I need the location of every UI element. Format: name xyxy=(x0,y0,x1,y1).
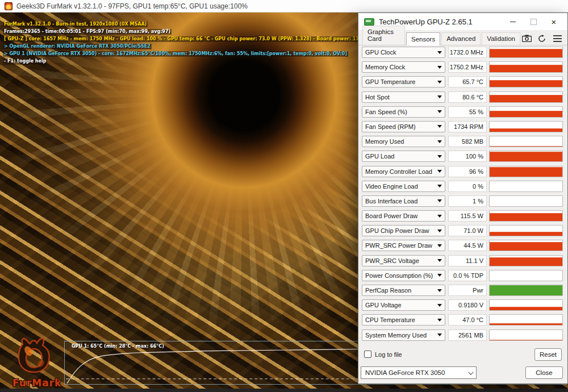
caret-down-icon xyxy=(437,66,442,69)
caret-down-icon xyxy=(437,185,442,187)
sensor-row: Fan Speed (RPM) 1734 RPM xyxy=(362,121,563,132)
minimize-button[interactable] xyxy=(505,15,521,28)
sensor-label: Memory Clock xyxy=(365,64,437,70)
sensor-bar-fill xyxy=(490,307,562,310)
sensor-bar-fill xyxy=(490,152,562,161)
sensor-label: Bus Interface Load xyxy=(365,198,437,205)
sensor-name-dropdown[interactable]: Video Engine Load xyxy=(362,181,445,192)
sensor-row: CPU Temperature 47.0 °C xyxy=(362,314,563,326)
caret-down-icon xyxy=(437,319,442,322)
tab-sensors[interactable]: Sensors xyxy=(406,32,440,45)
sensor-label: Board Power Draw xyxy=(365,212,437,219)
close-button[interactable]: Close xyxy=(525,366,563,379)
osd-line-text: > OpenGL renderer: NVIDIA GeForce RTX 30… xyxy=(3,44,152,49)
sensor-name-dropdown[interactable]: GPU Load xyxy=(362,151,445,162)
gpuz-window-title: TechPowerUp GPU-Z 2.65.1 xyxy=(379,18,500,26)
sensor-label: PWR_SRC Power Draw xyxy=(365,242,437,249)
sensor-name-dropdown[interactable]: Power Consumption (%) xyxy=(362,270,445,281)
sensor-row: Memory Clock 1750.2 MHz xyxy=(362,61,563,73)
sensor-row: Memory Used 582 MB xyxy=(362,136,563,147)
maximize-button[interactable] xyxy=(525,15,541,28)
sensor-name-dropdown[interactable]: Board Power Draw xyxy=(362,210,445,222)
camera-icon[interactable] xyxy=(521,34,532,43)
caret-down-icon xyxy=(437,333,442,336)
sensor-name-dropdown[interactable]: PWR_SRC Voltage xyxy=(362,255,445,266)
tab-validation[interactable]: Validation xyxy=(482,32,520,45)
sensor-label: CPU Temperature xyxy=(365,316,437,323)
gpuz-tab-bar: Graphics Card Sensors Advanced Validatio… xyxy=(358,30,567,45)
log-to-file-option[interactable]: Log to file xyxy=(364,351,402,358)
sensor-name-dropdown[interactable]: GPU Temperature xyxy=(362,76,445,87)
furmark-titlebar[interactable]: Geeks3D FurMark v1.32.1.0 - 97FPS, GPU1 … xyxy=(0,0,568,12)
sensor-row: GPU Clock 1732.0 MHz xyxy=(362,47,563,58)
sensor-bar-fill xyxy=(490,128,562,132)
furmark-flame-icon xyxy=(5,2,12,10)
sensor-name-dropdown[interactable]: GPU Voltage xyxy=(362,299,445,311)
sensor-row: GPU Temperature 65.7 °C xyxy=(362,76,563,87)
caret-down-icon xyxy=(437,230,442,232)
caret-down-icon xyxy=(437,274,442,277)
sensor-history-graph xyxy=(489,181,563,192)
temperature-graph-label: GPU 1: 65°C (min: 28°C - max: 66°C) xyxy=(72,344,164,349)
sensor-row: PWR_SRC Power Draw 44.5 W xyxy=(362,240,563,251)
sensor-value: 0.0 % TDP xyxy=(448,270,487,281)
sensor-row: Power Consumption (%) 0.0 % TDP xyxy=(362,270,563,281)
furmark-logo: FurMark xyxy=(11,336,68,389)
sensor-name-dropdown[interactable]: GPU Chip Power Draw xyxy=(362,225,445,236)
refresh-icon[interactable] xyxy=(537,34,547,43)
gpuz-footer: Log to file Reset NVIDIA GeForce RTX 305… xyxy=(358,348,567,383)
sensor-row: PWR_SRC Voltage 11.1 V xyxy=(362,255,563,266)
sensor-name-dropdown[interactable]: GPU Clock xyxy=(362,47,445,58)
sensor-history-graph xyxy=(489,240,563,251)
sensor-label: Fan Speed (RPM) xyxy=(365,123,437,130)
sensor-history-graph xyxy=(489,106,563,118)
sensor-value: 80.6 °C xyxy=(448,91,487,103)
device-selector[interactable]: NVIDIA GeForce RTX 3050 xyxy=(361,366,477,379)
sensor-name-dropdown[interactable]: Memory Controller Load xyxy=(362,166,445,177)
sensor-value: 0.9180 V xyxy=(448,299,487,311)
sensor-name-dropdown[interactable]: Memory Used xyxy=(362,136,445,147)
sensor-label: GPU Temperature xyxy=(365,78,437,85)
hamburger-menu-icon[interactable] xyxy=(552,34,562,43)
sensor-name-dropdown[interactable]: PerfCap Reason xyxy=(362,285,445,296)
sensor-bar-fill xyxy=(490,80,562,87)
sensor-value: 55 % xyxy=(448,106,487,118)
sensor-name-dropdown[interactable]: Fan Speed (RPM) xyxy=(362,121,445,132)
sensor-name-dropdown[interactable]: System Memory Used xyxy=(362,330,445,341)
sensor-label: Hot Spot xyxy=(365,94,437,101)
caret-down-icon xyxy=(437,304,442,307)
sensor-history-graph xyxy=(489,285,563,296)
sensor-label: Memory Used xyxy=(365,138,437,145)
sensor-bar-fill xyxy=(490,323,562,325)
caret-down-icon xyxy=(437,170,442,173)
sensor-name-dropdown[interactable]: Fan Speed (%) xyxy=(362,106,445,118)
sensor-label: GPU Voltage xyxy=(365,302,437,308)
checkbox-icon[interactable] xyxy=(364,351,371,358)
sensor-row: GPU Load 100 % xyxy=(362,151,563,162)
tab-graphics-card[interactable]: Graphics Card xyxy=(362,26,405,45)
sensor-name-dropdown[interactable]: Memory Clock xyxy=(362,61,445,73)
sensor-history-graph xyxy=(489,47,563,58)
caret-down-icon xyxy=(437,51,442,54)
device-selector-value: NVIDIA GeForce RTX 3050 xyxy=(365,369,468,376)
sensor-bar-fill xyxy=(490,242,562,251)
sensor-name-dropdown[interactable]: Hot Spot xyxy=(362,91,445,103)
sensor-bar-fill xyxy=(490,167,562,177)
sensor-value: 65.7 °C xyxy=(448,76,487,87)
sensor-name-dropdown[interactable]: PWR_SRC Power Draw xyxy=(362,240,445,251)
sensor-label: System Memory Used xyxy=(365,332,437,339)
sensor-label: PerfCap Reason xyxy=(365,287,437,294)
osd-line-text: > GPU 1 (NVIDIA GeForce RTX 3050) - core… xyxy=(3,51,348,57)
sensor-history-graph xyxy=(489,330,563,341)
close-window-button[interactable]: × xyxy=(546,15,562,28)
taskbar-strip[interactable] xyxy=(0,389,568,392)
tab-advanced[interactable]: Advanced xyxy=(441,32,481,45)
sensor-name-dropdown[interactable]: Bus Interface Load xyxy=(362,195,445,207)
sensor-history-graph xyxy=(489,225,563,236)
sensor-bar-fill xyxy=(490,213,562,221)
caret-down-icon xyxy=(437,125,442,128)
sensor-name-dropdown[interactable]: CPU Temperature xyxy=(362,314,445,326)
sensor-row: Memory Controller Load 96 % xyxy=(362,166,563,177)
reset-button[interactable]: Reset xyxy=(534,348,562,361)
sensor-row: GPU Chip Power Draw 71.0 W xyxy=(362,225,563,236)
